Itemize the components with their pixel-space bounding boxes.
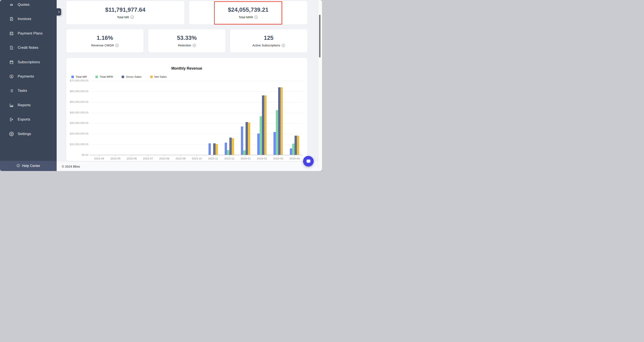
bar-total-mrr-2023-12[interactable] [227, 150, 229, 155]
stat-card-total-mrr: $24,055,739.21 Total MRR i [189, 1, 308, 25]
quotes-icon [9, 2, 14, 7]
bar-total-mr-2023-11[interactable] [208, 143, 211, 155]
x-axis-tick [262, 155, 262, 156]
y-axis-tick-label: $50,000,000.00 [66, 100, 88, 104]
x-axis-tick [132, 155, 132, 156]
sidebar-item-label: Credit Notes [18, 46, 38, 50]
sidebar-item-settings[interactable]: Settings [0, 129, 57, 139]
bar-total-mrr-2024-01[interactable] [243, 150, 246, 155]
sidebar-item-credit-notes[interactable]: Credit Notes [0, 43, 57, 52]
sidebar-item-label: Reports [18, 103, 31, 107]
gridline [90, 134, 302, 134]
chat-widget-button[interactable] [303, 156, 314, 166]
sidebar-item-invoices[interactable]: Invoices [0, 14, 57, 24]
legend-label: Total MRR [100, 75, 113, 78]
stat-value-retention: 53.33% [177, 35, 197, 41]
bar-net-sales-2023-12[interactable] [232, 138, 234, 155]
x-axis-tick [213, 155, 214, 156]
bar-total-mr-2023-12[interactable] [225, 143, 227, 155]
svg-text:$: $ [11, 75, 12, 78]
y-axis-tick-label: $70,000,000.00 [66, 79, 88, 82]
legend-item-total-mrr[interactable]: Total MRR [96, 75, 113, 78]
scrollbar-thumb[interactable] [319, 15, 320, 58]
x-axis-tick [278, 155, 278, 156]
info-icon[interactable]: i [116, 44, 118, 47]
info-icon [16, 164, 20, 168]
stat-label-revenue-cmgr: Revenue CMGR i [91, 44, 118, 47]
sidebar-item-payments[interactable]: $Payments [0, 72, 57, 81]
payment-plans-icon [9, 31, 14, 36]
credit-note-icon [9, 45, 14, 50]
legend-item-total-mr[interactable]: Total MR [71, 75, 87, 78]
bar-gross-sales-2023-12[interactable] [229, 138, 232, 155]
monthly-revenue-chart-card: Monthly Revenue Total MRTotal MRRGross S… [66, 58, 308, 161]
y-axis-tick-label: $30,000,000.00 [66, 122, 88, 124]
bar-gross-sales-2024-02[interactable] [262, 96, 264, 155]
y-axis-tick-label: $40,000,000.00 [66, 111, 88, 114]
bar-total-mr-2024-01[interactable] [241, 126, 243, 155]
legend-item-net-sales[interactable]: Net Sales [150, 75, 167, 78]
bar-net-sales-2024-03[interactable] [280, 87, 283, 155]
bar-gross-sales-2024-03[interactable] [278, 87, 280, 155]
sidebar-item-subscriptions[interactable]: Subscriptions [0, 58, 57, 67]
help-center-label: Help Center [22, 164, 40, 168]
gridline [90, 102, 302, 102]
stat-value-total-mr: $11,791,977.64 [105, 6, 146, 13]
legend-item-gross-sales[interactable]: Gross Sales [122, 75, 142, 78]
gridline [90, 92, 302, 92]
stat-label-text: Total MR [117, 16, 129, 19]
info-icon[interactable]: i [282, 44, 285, 47]
x-axis-tick [164, 155, 164, 156]
stat-label-retention: Retention i [178, 44, 196, 47]
bar-net-sales-2023-11[interactable] [216, 144, 218, 155]
sidebar-item-help-center[interactable]: Help Center [0, 161, 57, 171]
legend-swatch [150, 76, 153, 78]
info-icon[interactable]: i [130, 16, 134, 19]
stat-label-text: Active Subscriptions [252, 44, 280, 47]
info-icon[interactable]: i [254, 16, 258, 19]
bar-gross-sales-2024-04[interactable] [294, 136, 297, 155]
stat-value-revenue-cmgr: 1.16% [97, 35, 113, 41]
bar-total-mrr-2024-03[interactable] [276, 110, 278, 155]
stat-label-text: Revenue CMGR [91, 44, 114, 47]
sidebar-item-exports[interactable]: Exports [0, 115, 57, 124]
sidebar-collapse-button[interactable] [57, 8, 61, 16]
sidebar-item-reports[interactable]: Reports [0, 100, 57, 110]
main-content: $11,791,977.64 Total MR i $24,055,739.21… [57, 0, 322, 171]
bar-gross-sales-2023-11[interactable] [213, 143, 216, 155]
sidebar-item-quotes[interactable]: Quotes [0, 0, 57, 9]
bar-chart-icon [9, 103, 14, 108]
stat-value-total-mrr: $24,055,739.21 [228, 6, 268, 13]
bar-total-mr-2024-03[interactable] [274, 132, 276, 155]
x-axis-tick [229, 155, 230, 156]
bar-total-mrr-2024-04[interactable] [292, 144, 294, 155]
bar-net-sales-2024-02[interactable] [264, 96, 267, 155]
bar-gross-sales-2024-01[interactable] [246, 122, 248, 155]
chart-plot-area [91, 81, 302, 155]
bar-net-sales-2024-04[interactable] [297, 136, 299, 155]
gridline [90, 123, 302, 124]
stat-label-text: Total MRR [239, 16, 253, 19]
x-axis-line [90, 155, 302, 155]
x-axis-tick-label: 2024-04 [285, 157, 304, 160]
gridline [90, 113, 302, 113]
legend-label: Net Sales [154, 75, 167, 78]
scrollbar-track[interactable] [318, 0, 322, 171]
bar-total-mr-2024-02[interactable] [257, 134, 260, 155]
sidebar-item-payment-plans[interactable]: Payment Plans [0, 29, 57, 38]
info-icon[interactable]: i [193, 44, 196, 47]
task-list-icon [9, 88, 14, 93]
bar-net-sales-2024-01[interactable] [248, 122, 250, 155]
legend-label: Gross Sales [126, 75, 142, 78]
bar-total-mr-2024-04[interactable] [290, 148, 292, 155]
stat-card-revenue-cmgr: 1.16% Revenue CMGR i [66, 29, 144, 53]
bar-total-mrr-2024-02[interactable] [260, 116, 262, 155]
sidebar-item-tasks[interactable]: Tasks [0, 86, 57, 96]
calendar-icon [9, 60, 14, 65]
y-axis-tick-label: $20,000,000.00 [66, 132, 88, 135]
stat-label-total-mr: Total MR i [117, 16, 134, 19]
gear-icon [9, 132, 14, 136]
sidebar-item-label: Exports [18, 117, 30, 122]
chat-bubble-icon [306, 158, 311, 164]
sidebar-item-label: Tasks [18, 88, 27, 93]
